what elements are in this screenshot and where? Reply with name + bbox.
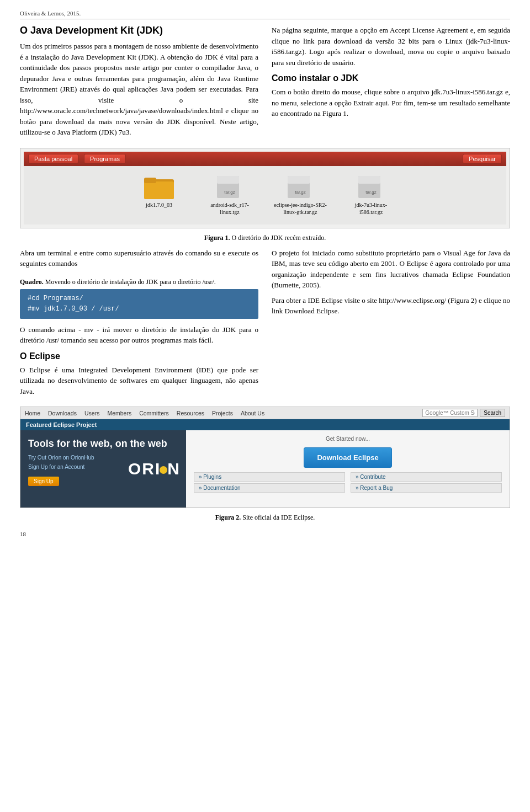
- figure2-caption-bold: Figura 2.: [215, 514, 241, 521]
- file-item-eclipse: tar.gz eclipse-jee-indigo-SR2-linux-gtk.…: [273, 175, 328, 216]
- file-name-jdk-targz: jdk-7u3-linux-i586.tar.gz: [343, 201, 399, 216]
- quadro-label: Quadro. Movendo o diretório de instalaçã…: [20, 277, 258, 287]
- eclipse-link-contribute[interactable]: » Contribute: [351, 472, 502, 482]
- ide-text: Para obter a IDE Eclipse visite o site h…: [272, 295, 510, 317]
- code-line-2: #mv jdk1.7.0_03 / /usr/: [28, 305, 119, 313]
- folder-icon: [144, 175, 174, 199]
- eclipse-body: O Eclipse é uma Integrated Development E…: [20, 365, 258, 397]
- figure1-box: Pasta pessoal Programas Pesquisar jdk1.7…: [20, 148, 510, 228]
- svg-text:tar.gz: tar.gz: [295, 190, 306, 195]
- nav-projects: Projects: [212, 410, 233, 416]
- file-name-android: android-sdk_r17-linux.tgz: [202, 201, 257, 216]
- eclipse-nav: Home Downloads Users Members Committers …: [20, 407, 510, 419]
- svg-rect-4: [217, 176, 239, 184]
- jdk-paragraph: Um dos primeiros passos para a montagem …: [20, 41, 258, 138]
- nav-home: Home: [25, 410, 40, 416]
- targz-icon-eclipse: tar.gz: [285, 175, 315, 199]
- header-text: Oliveira & Lemos, 2015.: [20, 10, 81, 17]
- svg-rect-10: [358, 176, 380, 184]
- nav-resources: Resources: [177, 410, 204, 416]
- eclipse-link-docs[interactable]: » Documentation: [194, 483, 345, 493]
- eclipse-link-row-2: » Documentation » Report a Bug: [194, 483, 502, 493]
- eclipse-left-panel: Tools for the web, on the web Try Out Or…: [20, 430, 186, 507]
- svg-rect-7: [288, 176, 310, 184]
- eclipse-right-panel: Get Started now... Download Eclipse » Pl…: [186, 430, 510, 507]
- nav-users: Users: [84, 410, 99, 416]
- nav-committers: Committers: [139, 410, 169, 416]
- svg-rect-1: [144, 181, 174, 199]
- project-text: O projeto foi iniciado como substituto p…: [272, 248, 510, 291]
- top-section: O Java Development Kit (JDK) Um dos prim…: [20, 25, 510, 141]
- svg-rect-2: [144, 178, 156, 183]
- figure1-caption-text: O diretório do JDK recém extraído.: [230, 234, 326, 242]
- col-left: O Java Development Kit (JDK) Um dos prim…: [20, 25, 258, 141]
- file-item-jdk-targz: tar.gz jdk-7u3-linux-i586.tar.gz: [343, 175, 399, 216]
- orion-logo: ORIN: [128, 460, 181, 478]
- file-item-jdk: jdk1.7.0_03: [131, 175, 187, 216]
- get-started-label: Get Started now...: [326, 436, 370, 442]
- quadro-bold: Quadro.: [20, 278, 44, 286]
- nav-about: About Us: [241, 410, 264, 416]
- svg-text:tar.gz: tar.gz: [365, 190, 377, 195]
- eclipse-link-plugins[interactable]: » Plugins: [194, 472, 345, 482]
- figure1-files: jdk1.7.0_03 tar.gz android-sdk_r17-linux…: [24, 166, 506, 225]
- superuser-intro: Abra um terminal e entre como superusuár…: [20, 248, 258, 269]
- targz-icon-android: tar.gz: [215, 175, 245, 199]
- orion-dot: [160, 466, 167, 474]
- figure1-toolbar: Pasta pessoal Programas Pesquisar: [24, 152, 506, 166]
- svg-text:tar.gz: tar.gz: [224, 190, 235, 195]
- figure2-box: Home Downloads Users Members Committers …: [20, 407, 510, 508]
- eclipse-links: » Plugins » Contribute » Documentation »…: [194, 472, 502, 493]
- file-name-jdk: jdk1.7.0_03: [146, 201, 172, 209]
- install-jdk-title: Como instalar o JDK: [272, 73, 510, 83]
- nav-members: Members: [107, 410, 131, 416]
- nav-downloads: Downloads: [48, 410, 77, 416]
- page-footer: 18: [20, 531, 510, 537]
- code-block: #cd Programas/ #mv jdk1.7.0_03 / /usr/: [20, 289, 258, 319]
- eclipse-link-row-1: » Plugins » Contribute: [194, 472, 502, 482]
- eclipse-link-bug[interactable]: » Report a Bug: [351, 483, 502, 493]
- col-right: Na página seguinte, marque a opção em Ac…: [272, 25, 510, 141]
- file-name-eclipse: eclipse-jee-indigo-SR2-linux-gtk.tar.gz: [273, 201, 328, 216]
- second-section: Abra um terminal e entre como superusuár…: [20, 248, 510, 400]
- page-header: Oliveira & Lemos, 2015.: [20, 10, 510, 19]
- quadro-desc: Movendo o diretório de instalação do JDK…: [44, 278, 216, 286]
- targz-icon-jdk: tar.gz: [356, 175, 386, 199]
- page-number: 18: [20, 531, 26, 537]
- search-input[interactable]: [422, 409, 478, 417]
- eclipse-title: O Eclipse: [20, 351, 258, 361]
- figure1-caption-bold: Figura 1.: [204, 234, 230, 242]
- install-jdk-text: Com o botão direito do mouse, clique sob…: [272, 87, 510, 119]
- figure2-caption: Figura 2. Site oficial da IDE Eclipse.: [20, 514, 510, 522]
- featured-bar: Featured Eclipse Project: [20, 419, 510, 430]
- accept-license-text: Na página seguinte, marque a opção em Ac…: [272, 25, 510, 68]
- second-col-right: O projeto foi iniciado como substituto p…: [272, 248, 510, 400]
- eclipse-body: Tools for the web, on the web Try Out Or…: [20, 430, 510, 507]
- search-area: Search: [422, 409, 505, 417]
- page: Oliveira & Lemos, 2015. O Java Developme…: [0, 0, 530, 547]
- file-item-android: tar.gz android-sdk_r17-linux.tgz: [202, 175, 257, 216]
- toolbar-btn-programas[interactable]: Programas: [84, 154, 126, 164]
- toolbar-btn-pesquisar[interactable]: Pesquisar: [463, 154, 502, 164]
- sign-up-button[interactable]: Sign Up: [28, 477, 59, 486]
- code-line-1: #cd Programas/: [28, 295, 83, 302]
- cmd-note: O comando acima - mv - irá mover o diret…: [20, 324, 258, 346]
- figure2-caption-text: Site oficial da IDE Eclipse.: [241, 514, 315, 521]
- search-button[interactable]: Search: [480, 409, 505, 417]
- download-eclipse-button[interactable]: Download Eclipse: [304, 447, 392, 468]
- jdk-title: O Java Development Kit (JDK): [20, 25, 258, 36]
- toolbar-btn-pasta[interactable]: Pasta pessoal: [28, 154, 78, 164]
- eclipse-slogan: Tools for the web, on the web: [28, 438, 178, 450]
- figure1-caption: Figura 1. O diretório do JDK recém extra…: [20, 234, 510, 242]
- quadro-area: Quadro. Movendo o diretório de instalaçã…: [20, 277, 258, 319]
- second-col-left: Abra um terminal e entre como superusuár…: [20, 248, 258, 400]
